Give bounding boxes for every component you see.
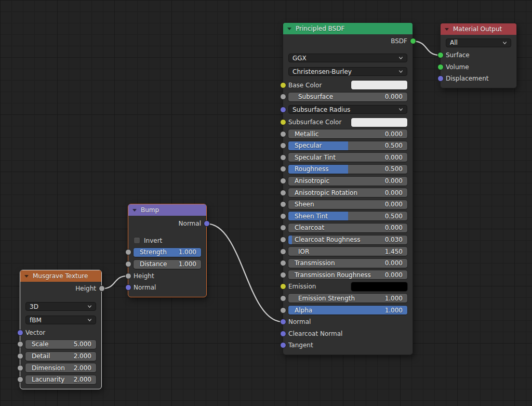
- socket-bsdf-in-anisotropic-rotation[interactable]: [280, 190, 286, 196]
- row-strength: Strength1.000: [134, 246, 201, 258]
- collapse-triangle-icon[interactable]: [287, 28, 291, 30]
- slider-lacunarity[interactable]: Lacunarity2.000: [25, 375, 96, 384]
- dropdown-ggx[interactable]: GGX: [288, 54, 407, 62]
- input-label: Normal: [134, 284, 156, 291]
- slider-anisotropic[interactable]: Anisotropic0.000: [288, 177, 407, 186]
- slider-ior[interactable]: IOR1.450: [288, 247, 407, 256]
- slider-label: Strength: [134, 248, 179, 256]
- socket-bsdf-in-clearcoat[interactable]: [280, 225, 286, 231]
- checkbox-invert[interactable]: [134, 237, 140, 244]
- collapse-triangle-icon[interactable]: [132, 209, 137, 212]
- node-musgrave-texture[interactable]: Musgrave TextureHeight3DfBMVectorScale5.…: [20, 270, 102, 389]
- socket-bsdf-in-alpha[interactable]: [280, 307, 286, 313]
- dropdown-christensen-burley[interactable]: Christensen-Burley: [288, 67, 407, 76]
- node-material-output[interactable]: Material OutputAllSurfaceVolumeDisplacem…: [440, 23, 517, 88]
- dropdown-all[interactable]: All: [446, 38, 511, 47]
- color-swatch-subsurface-color[interactable]: [351, 118, 407, 127]
- slider-sheen-tint[interactable]: Sheen Tint0.500: [288, 212, 407, 220]
- slider-value: 0.030: [385, 236, 407, 243]
- node-header-musgrave-texture[interactable]: Musgrave Texture: [20, 270, 101, 282]
- slider-transmission[interactable]: Transmission0.000: [288, 259, 407, 268]
- node-header-bump[interactable]: Bump: [128, 204, 206, 216]
- node-bump[interactable]: BumpNormalInvertStrength1.000Distance1.0…: [128, 204, 207, 297]
- socket-bsdf-in-subsurface-color[interactable]: [280, 119, 286, 125]
- dropdown-fbm[interactable]: fBM: [25, 316, 96, 324]
- dropdown-subsurface-radius[interactable]: Subsurface Radius: [288, 105, 407, 114]
- socket-bump-out-normal[interactable]: [204, 220, 210, 227]
- dropdown-3d[interactable]: 3D: [25, 302, 96, 311]
- slider-emission-strength[interactable]: Emission Strength1.000: [288, 294, 407, 303]
- socket-bsdf-in-metallic[interactable]: [280, 131, 286, 137]
- slider-specular[interactable]: Specular0.500: [288, 141, 407, 150]
- chevron-down-icon: [87, 318, 92, 322]
- slider-strength[interactable]: Strength1.000: [134, 248, 201, 257]
- slider-subsurface[interactable]: Subsurface0.000: [288, 93, 407, 101]
- socket-bsdf-out-bsdf[interactable]: [410, 38, 416, 44]
- socket-output-in-surface[interactable]: [437, 52, 444, 58]
- row-all: All: [446, 36, 511, 49]
- node-header-principled-bsdf[interactable]: Principled BSDF: [283, 23, 413, 34]
- socket-bsdf-in-ior[interactable]: [280, 248, 286, 255]
- slider-scale[interactable]: Scale5.000: [25, 340, 96, 349]
- socket-bsdf-in-roughness[interactable]: [280, 166, 286, 172]
- socket-bump-in-normal[interactable]: [125, 284, 131, 291]
- socket-output-in-displacement[interactable]: [437, 75, 444, 82]
- collapse-triangle-icon[interactable]: [24, 275, 29, 278]
- input-label: Normal: [288, 318, 311, 325]
- slider-specular-tint[interactable]: Specular Tint0.000: [288, 153, 407, 162]
- slider-anisotropic-rotation[interactable]: Anisotropic Rotation0.000: [288, 188, 407, 197]
- slider-clearcoat-roughness[interactable]: Clearcoat Roughness0.030: [288, 235, 407, 244]
- slider-metallic[interactable]: Metallic0.000: [288, 129, 407, 138]
- socket-bsdf-in-emission-strength[interactable]: [280, 295, 286, 302]
- node-content: NormalInvertStrength1.000Distance1.000He…: [128, 216, 206, 297]
- collapse-triangle-icon[interactable]: [445, 28, 449, 31]
- slider-alpha[interactable]: Alpha1.000: [288, 306, 407, 315]
- socket-bsdf-in-anisotropic[interactable]: [280, 178, 286, 184]
- socket-output-in-volume[interactable]: [437, 64, 444, 70]
- node-title: Musgrave Texture: [33, 272, 88, 280]
- slider-sheen[interactable]: Sheen0.000: [288, 200, 407, 209]
- node-title: Bump: [141, 206, 159, 214]
- socket-bsdf-in-specular[interactable]: [280, 142, 286, 149]
- socket-bsdf-in-subsurface[interactable]: [280, 94, 286, 100]
- row-clearcoat-roughness: Clearcoat Roughness0.030: [288, 234, 407, 246]
- dropdown-value: 3D: [30, 303, 87, 310]
- slider-transmission-roughness[interactable]: Transmission Roughness0.000: [288, 270, 407, 279]
- slider-value: 0.000: [385, 259, 407, 267]
- socket-bsdf-in-transmission[interactable]: [280, 260, 286, 266]
- slider-clearcoat[interactable]: Clearcoat0.000: [288, 224, 407, 232]
- socket-bump-in-distance[interactable]: [125, 261, 131, 267]
- socket-musgrave-in-detail[interactable]: [17, 353, 23, 359]
- socket-bsdf-in-clearcoat-roughness[interactable]: [280, 237, 286, 243]
- socket-bump-in-strength[interactable]: [125, 249, 131, 255]
- socket-bsdf-in-sheen-tint[interactable]: [280, 213, 286, 219]
- socket-bsdf-in-normal[interactable]: [280, 319, 286, 325]
- socket-bsdf-in-base-color[interactable]: [280, 82, 286, 88]
- node-link-wire: [413, 41, 441, 55]
- socket-bsdf-in-subsurface-radius[interactable]: [280, 107, 286, 113]
- slider-detail[interactable]: Detail2.000: [25, 352, 96, 361]
- node-editor-canvas[interactable]: Musgrave TextureHeight3DfBMVectorScale5.…: [0, 0, 532, 406]
- chevron-down-icon: [398, 56, 403, 60]
- socket-musgrave-in-lacunarity[interactable]: [17, 376, 23, 383]
- node-header-material-output[interactable]: Material Output: [441, 23, 516, 35]
- socket-musgrave-in-scale[interactable]: [17, 341, 23, 347]
- socket-bump-in-height[interactable]: [125, 273, 131, 279]
- color-swatch-base-color[interactable]: [351, 81, 407, 89]
- socket-bsdf-in-emission[interactable]: [280, 283, 286, 290]
- row-displacement: Displacement: [446, 73, 511, 85]
- slider-distance[interactable]: Distance1.000: [134, 260, 201, 269]
- socket-musgrave-out-height[interactable]: [99, 285, 105, 292]
- socket-bsdf-in-transmission-roughness[interactable]: [280, 272, 286, 278]
- slider-dimension[interactable]: Dimension2.000: [25, 363, 96, 372]
- row-transmission: Transmission0.000: [288, 257, 407, 269]
- socket-bsdf-in-tangent[interactable]: [280, 342, 286, 348]
- slider-roughness[interactable]: Roughness0.500: [288, 165, 407, 174]
- socket-bsdf-in-specular-tint[interactable]: [280, 154, 286, 161]
- node-principled-bsdf[interactable]: Principled BSDFBSDFGGXChristensen-Burley…: [283, 22, 413, 355]
- socket-musgrave-in-dimension[interactable]: [17, 365, 23, 371]
- color-swatch-emission[interactable]: [351, 282, 407, 291]
- socket-musgrave-in-vector[interactable]: [17, 330, 23, 336]
- socket-bsdf-in-sheen[interactable]: [280, 201, 286, 207]
- socket-bsdf-in-clearcoat-normal[interactable]: [280, 331, 286, 337]
